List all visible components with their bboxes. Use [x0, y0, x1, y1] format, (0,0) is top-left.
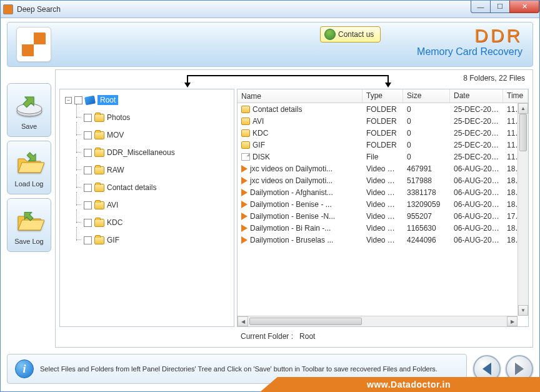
file-size: 0	[403, 116, 450, 126]
minimize-button[interactable]: —	[471, 1, 491, 13]
file-name: Dailymotion - Bi Rain -...	[250, 224, 331, 233]
contact-us-button[interactable]: Contact us	[320, 26, 381, 43]
column-type[interactable]: Type	[362, 89, 403, 103]
file-size: 0	[403, 152, 450, 162]
file-type: Video File	[362, 199, 403, 209]
checkbox[interactable]	[84, 219, 92, 227]
checkbox[interactable]	[84, 236, 92, 244]
tree-item-label: AVI	[107, 201, 118, 209]
file-date: 25-DEC-2012	[450, 104, 503, 114]
save-button[interactable]: Save	[7, 83, 51, 137]
tree-item[interactable]: MOV	[62, 128, 231, 142]
column-name[interactable]: Name	[238, 89, 362, 103]
scroll-right-icon[interactable]: ▶	[507, 316, 518, 326]
checkbox[interactable]	[84, 184, 92, 192]
video-icon	[241, 189, 248, 196]
file-size: 3381178	[403, 188, 450, 198]
file-name: KDC	[252, 129, 268, 138]
window-title: Deep Search	[17, 5, 61, 14]
titlebar[interactable]: Deep Search — ☐ ✕	[1, 1, 539, 18]
file-date: 25-DEC-2012	[450, 152, 503, 162]
logo-icon	[22, 33, 46, 56]
column-date[interactable]: Date	[450, 89, 503, 103]
column-time[interactable]: Time	[503, 89, 528, 103]
file-size: 0	[403, 104, 450, 114]
file-type: FOLDER	[362, 116, 403, 126]
checkbox[interactable]	[84, 114, 92, 122]
checkbox[interactable]	[84, 131, 92, 139]
hscroll-thumb[interactable]	[249, 318, 362, 325]
save-log-label: Save Log	[14, 238, 43, 245]
close-button[interactable]: ✕	[509, 1, 539, 13]
table-row[interactable]: Dailymotion - Benise -N...Video File9552…	[238, 210, 528, 222]
video-icon	[241, 177, 248, 184]
checkbox[interactable]	[84, 166, 92, 174]
file-name: Dailymotion - Afghanist...	[250, 188, 333, 197]
vertical-scrollbar[interactable]: ▲ ▼	[518, 103, 528, 316]
column-size[interactable]: Size	[403, 89, 450, 103]
table-header[interactable]: Name Type Size Date Time	[238, 89, 528, 103]
tree-item[interactable]: DDR_Miscellaneous	[62, 146, 231, 159]
horizontal-scrollbar[interactable]: ◀ ▶	[238, 316, 518, 326]
folder-icon	[241, 106, 250, 113]
tree-item[interactable]: Contact details	[62, 181, 231, 194]
video-icon	[241, 201, 248, 208]
url-bar-slant	[260, 377, 278, 392]
file-type: FOLDER	[362, 140, 403, 150]
file-type: Video File	[362, 235, 403, 245]
load-log-button[interactable]: Load Log	[7, 141, 51, 194]
file-date: 06-AUG-2011	[450, 235, 503, 245]
tree-item-label: GIF	[107, 236, 119, 244]
save-log-button[interactable]: Save Log	[7, 198, 51, 252]
file-date: 06-AUG-2011	[450, 211, 503, 221]
scroll-thumb[interactable]	[519, 114, 527, 151]
scroll-down-icon[interactable]: ▼	[518, 305, 528, 316]
table-row[interactable]: Dailymotion - Benise - ...Video File1320…	[238, 198, 528, 210]
website-url: www.Datadoctor.in	[278, 377, 540, 392]
disk-icon	[84, 95, 96, 105]
table-row[interactable]: AVIFOLDER025-DEC-201211:29	[238, 115, 528, 127]
main-panel: 8 Folders, 22 Files − Root PhotosMOVDDR_…	[55, 69, 533, 348]
arrow-right-icon	[515, 363, 524, 375]
collapse-icon[interactable]: −	[65, 97, 72, 104]
scroll-left-icon[interactable]: ◀	[238, 316, 248, 326]
file-type: Video File	[362, 211, 403, 221]
file-list[interactable]: Name Type Size Date Time Contact details…	[237, 89, 529, 327]
table-row[interactable]: GIFFOLDER025-DEC-201211:29	[238, 139, 528, 151]
tree-item[interactable]: RAW	[62, 163, 231, 177]
file-date: 25-DEC-2012	[450, 140, 503, 150]
tree-item[interactable]: GIF	[62, 233, 231, 247]
scroll-up-icon[interactable]: ▲	[518, 103, 528, 114]
checkbox[interactable]	[84, 149, 92, 157]
checkbox[interactable]	[84, 201, 92, 209]
tree-item-label: DDR_Miscellaneous	[107, 148, 175, 157]
save-label: Save	[21, 123, 37, 130]
file-name: jxc videos on Dailymoti...	[250, 176, 332, 185]
folder-tree[interactable]: − Root PhotosMOVDDR_MiscellaneousRAWCont…	[59, 89, 234, 327]
file-type: File	[362, 152, 403, 162]
table-row[interactable]: KDCFOLDER025-DEC-201211:29	[238, 127, 528, 139]
brand-name: DDR	[417, 26, 522, 45]
maximize-button[interactable]: ☐	[490, 1, 510, 13]
tree-root-item[interactable]: − Root	[62, 93, 231, 107]
file-type: Video File	[362, 164, 403, 174]
file-name: Dailymotion - Benise - ...	[250, 200, 332, 209]
tree-item[interactable]: AVI	[62, 198, 231, 212]
file-size: 13209059	[403, 199, 450, 209]
file-date: 06-AUG-2011	[450, 176, 503, 186]
table-row[interactable]: Contact detailsFOLDER025-DEC-201211:29	[238, 103, 528, 115]
table-row[interactable]: DISKFile025-DEC-201211:27	[238, 151, 528, 163]
table-row[interactable]: jxc videos on Dailymoti...Video File5179…	[238, 174, 528, 186]
file-type: FOLDER	[362, 104, 403, 114]
status-summary: 8 Folders, 22 Files	[463, 74, 525, 83]
file-name: Contact details	[252, 105, 302, 114]
tree-item[interactable]: Photos	[62, 111, 231, 124]
table-row[interactable]: Dailymotion - Afghanist...Video File3381…	[238, 186, 528, 198]
file-name: jxc videos on Dailymoti...	[250, 164, 332, 173]
tree-item[interactable]: KDC	[62, 216, 231, 229]
table-row[interactable]: jxc videos on Dailymoti...Video File4679…	[238, 163, 528, 174]
checkbox[interactable]	[74, 96, 82, 104]
table-row[interactable]: Dailymotion - Bruselas ...Video File4244…	[238, 234, 528, 246]
folder-icon	[94, 166, 104, 174]
table-row[interactable]: Dailymotion - Bi Rain -...Video File1165…	[238, 222, 528, 234]
